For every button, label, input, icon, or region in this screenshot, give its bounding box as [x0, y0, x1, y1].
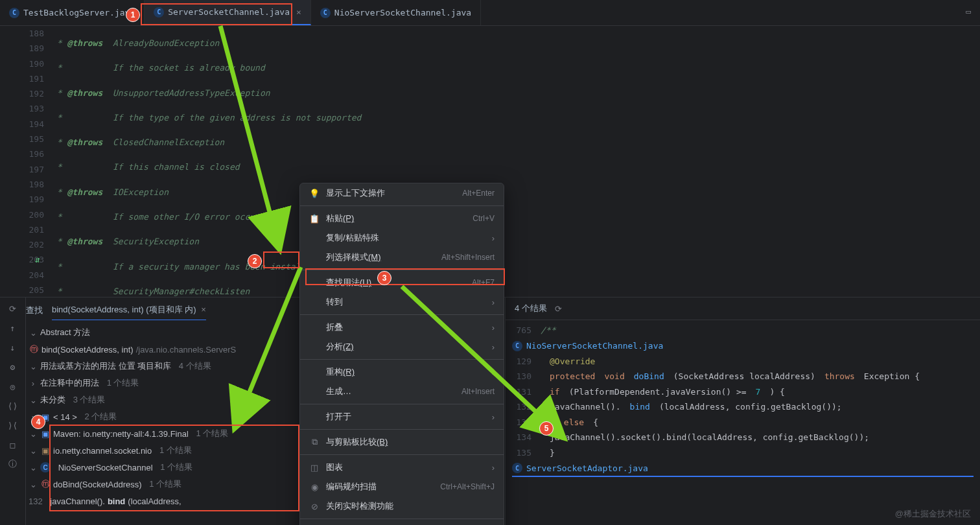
menu-diagram[interactable]: ◫图表› — [300, 458, 504, 477]
menu-fold[interactable]: 折叠› — [300, 318, 504, 337]
paste-icon: 📋 — [309, 213, 320, 224]
menu-column-select[interactable]: 列选择模式(M)Alt+Shift+Insert — [300, 248, 504, 267]
callout-4: 4 — [31, 415, 45, 429]
menu-examples[interactable]: ◆Get relevant examplesCtrl+Shift+O — [300, 522, 504, 525]
refresh-icon[interactable]: ⟳ — [6, 301, 20, 316]
chevron-right-icon: › — [492, 323, 495, 332]
callout-3: 3 — [377, 271, 391, 285]
tab-nioserversocketchannel[interactable]: C NioServerSocketChannel.java — [311, 0, 481, 25]
prev-icon[interactable]: ↑ — [6, 321, 20, 335]
tab-testbacklogserver[interactable]: C TestBacklogServer.java — [0, 0, 145, 25]
preview-icon[interactable]: ◎ — [6, 379, 20, 393]
diagram-icon: ◫ — [309, 462, 320, 472]
chevron-down-icon[interactable]: ⌄ — [29, 463, 38, 472]
method-icon: ⓜ — [29, 344, 39, 355]
callout-2: 2 — [248, 254, 262, 268]
result-count: 4 个结果 — [515, 303, 547, 314]
collapse-icon[interactable]: ⟩⟨ — [6, 418, 20, 432]
override-gutter-icon[interactable]: ⇵ — [35, 252, 40, 267]
chevron-right-icon: › — [492, 342, 495, 352]
preview-file-link[interactable]: CNioServerSocketChannel.java — [512, 338, 974, 354]
expand-icon[interactable]: ⟨⟩ — [6, 399, 20, 413]
find-tab-label: 查找 — [26, 301, 43, 320]
chevron-down-icon[interactable]: ⌄ — [29, 446, 38, 456]
callout-box-4 — [49, 425, 299, 511]
find-toolbar: ⟳ ↑ ↓ ⚙ ◎ ⟨⟩ ⟩⟨ □ ⓘ — [0, 298, 26, 525]
menu-refactor[interactable]: 重构(R)› — [300, 362, 504, 382]
chevron-down-icon[interactable]: ⌄ — [29, 480, 38, 489]
chevron-right-icon[interactable]: › — [29, 379, 38, 388]
find-query-tab[interactable]: bind(SocketAddress, int) (项目和库 内) × — [52, 300, 206, 320]
next-icon[interactable]: ↓ — [6, 340, 20, 355]
menu-compare-clipboard[interactable]: ⧉与剪贴板比较(B) — [300, 432, 504, 452]
callout-5: 5 — [539, 421, 554, 436]
compare-icon: ⧉ — [309, 437, 320, 447]
chevron-right-icon: › — [492, 463, 495, 472]
java-class-icon: C — [512, 341, 522, 351]
java-class-icon: C — [512, 463, 522, 473]
refresh-icon[interactable]: ⟳ — [555, 304, 562, 314]
callout-box-2 — [263, 251, 299, 268]
menu-analyze[interactable]: 分析(Z)› — [300, 337, 504, 356]
chevron-down-icon[interactable]: ⌄ — [29, 429, 38, 439]
callout-1: 1 — [126, 8, 140, 22]
chevron-down-icon[interactable]: ⌄ — [29, 362, 38, 371]
java-class-icon: C — [9, 8, 19, 18]
menu-show-context-actions[interactable]: 💡显示上下文操作Alt+Enter — [300, 183, 504, 203]
close-icon[interactable]: × — [296, 7, 301, 17]
close-icon[interactable]: × — [201, 305, 206, 314]
settings-icon[interactable]: ⚙ — [6, 360, 20, 374]
stop-icon: ⊘ — [309, 501, 320, 511]
pin-icon[interactable]: □ — [6, 438, 20, 452]
java-class-icon: C — [320, 8, 331, 18]
menu-generate[interactable]: 生成…Alt+Insert — [300, 382, 504, 401]
context-menu: 💡显示上下文操作Alt+Enter 📋粘贴(P)Ctrl+V 复制/粘贴特殊› … — [299, 183, 504, 525]
tab-label: NioServerSocketChannel.java — [334, 8, 471, 18]
preview-code[interactable]: 765/** CNioServerSocketChannel.java 129 … — [506, 320, 980, 525]
menu-realtime-off[interactable]: ⊘关闭实时检测功能 — [300, 496, 504, 516]
code-area[interactable]: * @throws AlreadyBoundException * If the… — [52, 26, 980, 298]
chevron-right-icon: › — [492, 412, 495, 422]
find-preview-pane: 4 个结果 ⟳ 765/** CNioServerSocketChannel.j… — [506, 298, 980, 525]
chevron-right-icon: › — [492, 233, 495, 243]
watermark: @稀土掘金技术社区 — [895, 508, 971, 520]
bulb-icon: 💡 — [309, 188, 320, 198]
preview-file-link-2[interactable]: CServerSocketAdaptor.java — [512, 460, 974, 477]
menu-code-scan[interactable]: ◉编码规约扫描Ctrl+Alt+Shift+J — [300, 477, 504, 496]
menu-goto[interactable]: 转到› — [300, 292, 504, 312]
chevron-right-icon: › — [492, 368, 495, 377]
scan-icon: ◉ — [309, 482, 320, 492]
tab-label: TestBacklogServer.java — [23, 8, 135, 18]
chevron-down-icon[interactable]: ⌄ — [29, 328, 38, 338]
menu-paste-special[interactable]: 复制/粘贴特殊› — [300, 228, 504, 248]
menu-paste[interactable]: 📋粘贴(P)Ctrl+V — [300, 209, 504, 228]
callout-box-3 — [305, 268, 505, 285]
info-icon[interactable]: ⓘ — [6, 457, 20, 471]
line-gutter: 188 189 190 191 192 193 194 195 196 197 … — [0, 26, 52, 298]
callout-box-1 — [141, 3, 292, 25]
reader-mode-icon[interactable]: ▭ — [957, 0, 980, 25]
chevron-down-icon[interactable]: ⌄ — [29, 395, 38, 405]
menu-open-in[interactable]: 打开于› — [300, 407, 504, 426]
chevron-right-icon: › — [492, 298, 495, 307]
